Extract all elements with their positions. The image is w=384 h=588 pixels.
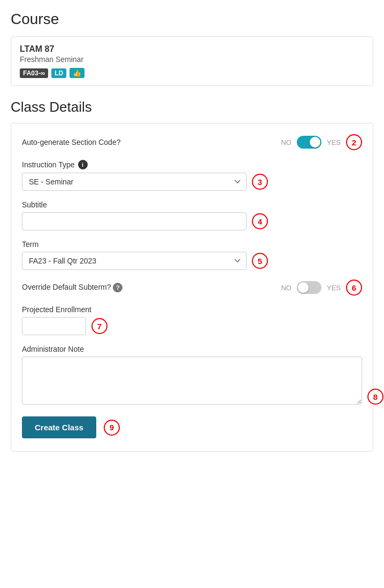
term-select[interactable]: FA23 - Fall Qtr 2023 WI24 - Winter Qtr 2… bbox=[22, 252, 247, 270]
annotation-2: 2 bbox=[346, 134, 362, 150]
badge-thumb: 👍 bbox=[70, 68, 85, 78]
subtitle-row: Subtitle 4 bbox=[22, 200, 362, 230]
override-subterm-help-icon[interactable]: ? bbox=[113, 283, 122, 292]
badge-level: LD bbox=[51, 68, 66, 78]
badge-term: FA03-∞ bbox=[20, 68, 48, 78]
toggle-slider-on[interactable] bbox=[297, 136, 321, 149]
instruction-type-select[interactable]: SE - Seminar LE - Lecture LA - Lab DI - … bbox=[22, 173, 247, 191]
projected-enrollment-row: Projected Enrollment 7 bbox=[22, 305, 362, 335]
override-subterm-label: Override Default Subterm? ? bbox=[22, 283, 275, 292]
auto-generate-row: Auto-generate Section Code? NO YES 2 bbox=[22, 134, 362, 150]
projected-enrollment-label: Projected Enrollment bbox=[22, 305, 362, 314]
subtitle-input[interactable] bbox=[22, 212, 247, 230]
annotation-9: 9 bbox=[104, 420, 120, 436]
auto-generate-toggle[interactable] bbox=[297, 136, 321, 149]
section-title: Class Details bbox=[11, 99, 373, 115]
auto-generate-label: Auto-generate Section Code? bbox=[22, 138, 275, 146]
annotation-6: 6 bbox=[346, 280, 362, 296]
instruction-type-label: Instruction Type i bbox=[22, 160, 362, 169]
admin-note-textarea[interactable] bbox=[22, 357, 362, 405]
subtitle-input-wrapper: 4 bbox=[22, 212, 362, 230]
create-class-button[interactable]: Create Class bbox=[22, 416, 96, 438]
create-button-row: Create Class 9 bbox=[22, 416, 362, 438]
projected-enrollment-input[interactable] bbox=[22, 317, 86, 335]
toggle-slider-off[interactable] bbox=[297, 281, 321, 294]
instruction-type-select-wrapper: SE - Seminar LE - Lecture LA - Lab DI - … bbox=[22, 173, 362, 191]
instruction-type-info-icon[interactable]: i bbox=[78, 160, 88, 169]
term-label: Term bbox=[22, 240, 362, 249]
override-subterm-no-label: NO bbox=[281, 284, 291, 292]
override-subterm-row: Override Default Subterm? ? NO YES 6 bbox=[22, 280, 362, 296]
annotation-5: 5 bbox=[252, 253, 268, 269]
auto-generate-no-label: NO bbox=[281, 138, 291, 146]
admin-note-label: Administrator Note bbox=[22, 345, 362, 353]
override-subterm-toggle[interactable] bbox=[297, 281, 321, 294]
course-name: Freshman Seminar bbox=[20, 55, 364, 64]
term-row: Term FA23 - Fall Qtr 2023 WI24 - Winter … bbox=[22, 240, 362, 270]
override-subterm-yes-label: YES bbox=[327, 284, 341, 292]
page-title: Course bbox=[11, 11, 373, 28]
annotation-8: 8 bbox=[367, 389, 383, 405]
annotation-3: 3 bbox=[252, 174, 268, 190]
course-code: LTAM 87 bbox=[20, 44, 364, 54]
admin-note-wrapper: 8 bbox=[22, 357, 362, 407]
auto-generate-yes-label: YES bbox=[327, 138, 341, 146]
admin-note-row: Administrator Note 8 bbox=[22, 345, 362, 407]
term-select-wrapper: FA23 - Fall Qtr 2023 WI24 - Winter Qtr 2… bbox=[22, 252, 362, 270]
annotation-7: 7 bbox=[91, 318, 107, 334]
projected-enrollment-input-wrapper: 7 bbox=[22, 317, 362, 335]
subtitle-label: Subtitle bbox=[22, 200, 362, 209]
instruction-type-row: Instruction Type i SE - Seminar LE - Lec… bbox=[22, 160, 362, 191]
course-card: LTAM 87 Freshman Seminar FA03-∞ LD 👍 bbox=[11, 36, 373, 86]
annotation-4: 4 bbox=[252, 213, 268, 229]
course-badges: FA03-∞ LD 👍 bbox=[20, 68, 364, 78]
details-card: Auto-generate Section Code? NO YES 2 Ins… bbox=[11, 123, 373, 452]
